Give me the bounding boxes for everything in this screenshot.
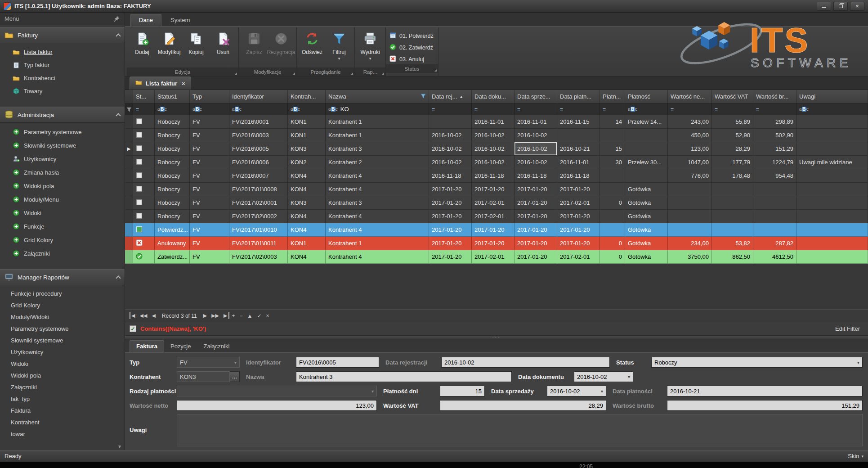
data-dokumentu-input[interactable]: 2016-10-02 ▾ <box>574 371 633 382</box>
sidebar-group-faktury[interactable]: Faktury <box>0 27 125 43</box>
detail-tab-faktura[interactable]: Faktura <box>130 340 164 352</box>
nav-first-button[interactable]: ◀ <box>130 312 137 319</box>
cell-platn-dni[interactable] <box>600 210 625 223</box>
cell-kontrahent[interactable]: KON1 <box>288 115 326 128</box>
cell-identyfikator[interactable]: FV\2017\02\0001 <box>229 196 288 209</box>
cell-platn-dni[interactable] <box>600 223 625 236</box>
cell-icon[interactable] <box>133 210 155 223</box>
cell-platn-dni[interactable]: 0 <box>600 196 625 209</box>
ribbon-status-01-potwierd[interactable]: 01. Potwierdź <box>389 31 434 41</box>
column-header-identyfikator[interactable]: Identyfikator <box>229 90 288 103</box>
sidebar-item-typ-faktur[interactable]: Typ faktur <box>0 58 125 72</box>
column-header-data-rej[interactable]: Data rej...▲ <box>429 90 472 103</box>
cell-data-platn[interactable]: 2017-01-20 <box>557 210 600 223</box>
cell-typ[interactable]: FV <box>190 183 229 196</box>
cell-status1[interactable]: Roboczy <box>155 129 190 142</box>
cell-icon[interactable] <box>133 237 155 250</box>
cell-nazwa[interactable]: Kontrahent 2 <box>326 156 429 169</box>
group-launcher-icon[interactable] <box>434 69 437 72</box>
group-launcher-icon[interactable] <box>293 72 295 75</box>
sidebar-item-s-owniki-systemowe[interactable]: Słowniki systemowe <box>0 334 125 346</box>
cell-icon[interactable] <box>133 223 155 236</box>
ribbon-button-modyfikuj[interactable]: Modyfikuj <box>156 29 183 56</box>
close-button[interactable]: × <box>850 2 864 11</box>
column-header-netto[interactable]: Wartość ne... <box>668 90 712 103</box>
sidebar-item-parametry-systemowe[interactable]: Parametry systemowe <box>0 125 125 139</box>
abc-filter-icon[interactable]: aBc <box>291 107 300 112</box>
cell-platn-dni[interactable]: 30 <box>600 156 625 169</box>
cell-status1[interactable]: Roboczy <box>155 142 190 155</box>
cell-kontrahent[interactable]: KON4 <box>288 210 326 223</box>
cell-data-platn[interactable] <box>557 129 600 142</box>
abc-filter-icon[interactable]: aBc <box>232 107 242 112</box>
ribbon-tab-system[interactable]: System <box>162 14 198 26</box>
table-row[interactable]: ▶RoboczyFVFV\2016\0005KON3Kontrahent 320… <box>125 142 868 156</box>
filter-cell-status1[interactable]: aBc <box>155 104 190 115</box>
row-status-approved-icon[interactable] <box>136 253 143 261</box>
cell-kontrahent[interactable]: KON4 <box>288 183 326 196</box>
nav-edit-button[interactable]: ▲ <box>246 312 255 320</box>
cell-data-platn[interactable]: 2016-10-21 <box>557 142 600 155</box>
cell-identyfikator[interactable]: FV\2017\01\0008 <box>229 183 288 196</box>
filter-cell-data-platn[interactable]: = <box>557 104 600 115</box>
table-row[interactable]: AnulowanyFVFV\2017\01\0011KON1Kontrahent… <box>125 237 868 250</box>
cell-brutto[interactable] <box>753 183 796 196</box>
sidebar-item-u-ytkownicy[interactable]: Użytkownicy <box>0 346 125 358</box>
cell-platnosc[interactable]: Gotówka <box>625 223 668 236</box>
cell-platn-dni[interactable]: 0 <box>600 237 625 250</box>
cell-brutto[interactable]: 1224,79 <box>753 156 796 169</box>
equals-filter-icon[interactable]: = <box>560 106 563 112</box>
column-header-kontrahent[interactable]: Kontrah... <box>288 90 326 103</box>
filter-cell-platnosc[interactable]: aBc <box>625 104 668 115</box>
cell-kontrahent[interactable]: KON3 <box>288 142 326 155</box>
cell-status1[interactable]: Zatwierdz... <box>155 250 190 263</box>
row-status-unchecked-icon[interactable] <box>136 212 143 220</box>
sidebar-item-modu-y-widoki[interactable]: Moduły/Widoki <box>0 311 125 323</box>
wartosc-brutto-input[interactable]: 151,29 <box>667 400 863 411</box>
equals-filter-icon[interactable]: = <box>671 106 674 112</box>
cell-typ[interactable]: FV <box>190 250 229 263</box>
column-header-data-sprze[interactable]: Data sprze... <box>515 90 557 103</box>
cell-vat[interactable]: 55,89 <box>712 115 753 128</box>
cell-data-rej[interactable]: 2017-01-20 <box>429 183 472 196</box>
cell-icon[interactable] <box>133 183 155 196</box>
cell-vat[interactable] <box>712 196 753 209</box>
cell-netto[interactable]: 234,00 <box>668 237 712 250</box>
cell-uwagi[interactable] <box>796 210 868 223</box>
cell-brutto[interactable]: 298,89 <box>753 115 796 128</box>
cell-netto[interactable]: 450,00 <box>668 129 712 142</box>
cell-data-rej[interactable] <box>429 115 472 128</box>
cell-platn-dni[interactable] <box>600 183 625 196</box>
cell-platn-dni[interactable] <box>600 169 625 182</box>
cell-nazwa[interactable]: Kontrahent 1 <box>326 237 429 250</box>
sidebar-item-u-ytkownicy[interactable]: Użytkownicy <box>0 152 125 166</box>
group-launcher-icon[interactable] <box>382 72 384 75</box>
ribbon-status-02-zatwierd[interactable]: 02. Zatwierdź <box>389 43 434 53</box>
cell-typ[interactable]: FV <box>190 115 229 128</box>
filter-cell-identyfikator[interactable]: aBc <box>229 104 288 115</box>
cell-nazwa[interactable]: Kontrahent 1 <box>326 129 429 142</box>
sidebar-item-towary[interactable]: Towary <box>0 85 125 98</box>
filter-cell-data-sprze[interactable]: = <box>515 104 557 115</box>
column-header-icon[interactable]: St... <box>133 90 155 103</box>
cell-kontrahent[interactable]: KON2 <box>288 156 326 169</box>
cell-status1[interactable]: Roboczy <box>155 196 190 209</box>
cell-data-rej[interactable]: 2017-01-20 <box>429 237 472 250</box>
cell-data-sprze[interactable]: 2017-01-20 <box>515 210 557 223</box>
ribbon-tab-dane[interactable]: Dane <box>130 14 161 26</box>
cell-status1[interactable]: Roboczy <box>155 156 190 169</box>
cell-data-rej[interactable]: 2016-10-02 <box>429 142 472 155</box>
row-status-confirmed-icon[interactable] <box>136 226 143 234</box>
cell-vat[interactable]: 177,79 <box>712 156 753 169</box>
typ-select[interactable]: FV ▾ <box>177 357 240 368</box>
cell-data-sprze[interactable]: 2016-11-18 <box>515 169 557 182</box>
cell-icon[interactable] <box>133 115 155 128</box>
data-rejestracji-input[interactable]: 2016-10-02 <box>441 357 610 368</box>
table-row[interactable]: Zatwierdz...FVFV\2017\02\0003KON4Kontrah… <box>125 250 868 264</box>
sidebar-item-parametry-systemowe[interactable]: Parametry systemowe <box>0 323 125 334</box>
cell-typ[interactable]: FV <box>190 237 229 250</box>
cell-platnosc[interactable]: Przelew 30... <box>625 156 668 169</box>
cell-kontrahent[interactable]: KON1 <box>288 129 326 142</box>
column-header-uwagi[interactable]: Uwagi <box>796 90 868 103</box>
cell-data-doku[interactable]: 2016-10-02 <box>472 156 515 169</box>
